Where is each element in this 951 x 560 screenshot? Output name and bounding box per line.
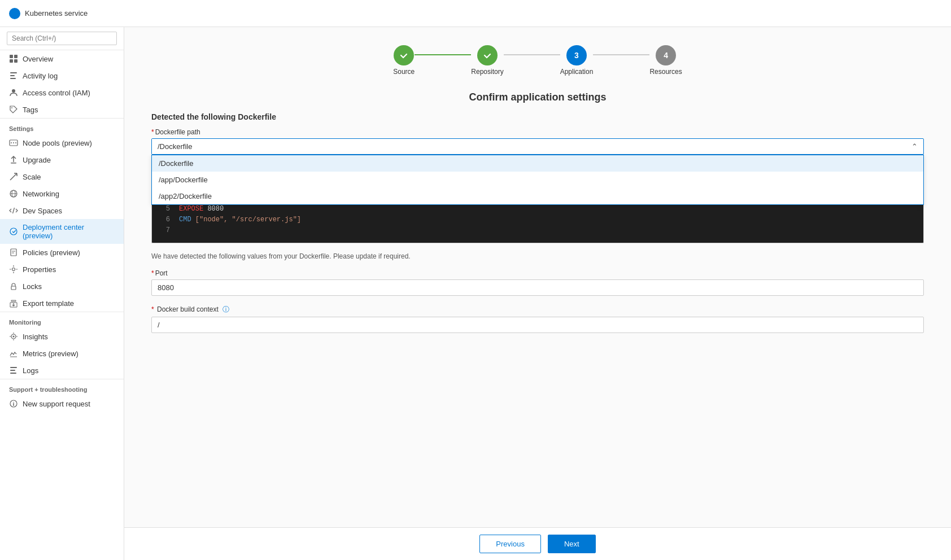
docker-build-context-label: * Docker build context ⓘ: [151, 305, 924, 314]
step-label-repository: Repository: [471, 68, 503, 76]
sidebar-label-export-template: Export template: [23, 299, 74, 308]
port-label: *Port: [151, 269, 924, 277]
sidebar-item-activity-log[interactable]: Activity log: [0, 67, 124, 84]
insights-icon: [9, 332, 18, 341]
dockerfile-path-label: *Dockerfile path: [151, 128, 924, 136]
sidebar-item-locks[interactable]: Locks: [0, 278, 124, 295]
sidebar-item-export-template[interactable]: Export template: [0, 295, 124, 312]
dockerfile-path-dropdown[interactable]: ⌃ /Dockerfile /app/Dockerfile /app2/Dock…: [151, 138, 924, 155]
svg-rect-25: [10, 370, 15, 371]
docker-build-context-field: * Docker build context ⓘ: [151, 305, 924, 333]
support-icon: [9, 399, 18, 408]
step-circle-application: 3: [566, 45, 587, 65]
sidebar-item-node-pools[interactable]: Node pools (preview): [0, 134, 124, 151]
chevron-up-icon[interactable]: ⌃: [906, 139, 923, 154]
dropdown-option-dockerfile[interactable]: /Dockerfile: [152, 155, 923, 172]
sidebar-label-locks: Locks: [23, 282, 42, 291]
activity-log-icon: [9, 71, 18, 80]
step-label-source: Source: [393, 68, 415, 76]
port-input[interactable]: [151, 279, 924, 296]
sidebar-item-insights[interactable]: Insights: [0, 328, 124, 345]
step-circle-repository: [477, 45, 498, 65]
top-bar: Kubernetes service: [0, 0, 951, 27]
networking-icon: [9, 189, 18, 198]
connector-1: [415, 54, 471, 55]
top-bar-title: Kubernetes service: [25, 9, 88, 18]
sidebar-label-overview: Overview: [23, 55, 53, 63]
svg-point-17: [10, 228, 17, 235]
sidebar-item-upgrade[interactable]: Upgrade: [0, 151, 124, 168]
sidebar-label-access-control: Access control (IAM): [23, 89, 90, 97]
sidebar-item-dev-spaces[interactable]: Dev Spaces: [0, 202, 124, 219]
dockerfile-path-input[interactable]: [152, 139, 906, 154]
sidebar-item-scale[interactable]: Scale: [0, 168, 124, 185]
locks-icon: [9, 282, 18, 291]
sidebar-item-access-control[interactable]: Access control (IAM): [0, 84, 124, 101]
svg-rect-6: [10, 78, 16, 79]
wizard-step-repository: Repository: [471, 45, 503, 76]
port-field: *Port: [151, 269, 924, 296]
policies-icon: [9, 248, 18, 257]
monitoring-section-label: Monitoring: [0, 312, 124, 328]
sidebar-item-overview[interactable]: Overview: [0, 50, 124, 67]
sidebar-item-new-support[interactable]: New support request: [0, 395, 124, 412]
sidebar-item-properties[interactable]: Properties: [0, 261, 124, 278]
svg-rect-1: [14, 55, 18, 58]
docker-build-context-input[interactable]: [151, 317, 924, 333]
sidebar-item-logs[interactable]: Logs: [0, 362, 124, 379]
sidebar-label-properties: Properties: [23, 265, 56, 274]
sidebar-label-activity-log: Activity log: [23, 72, 58, 80]
svg-rect-26: [10, 373, 16, 374]
sidebar-item-deployment-center[interactable]: Deployment center (preview): [0, 219, 124, 244]
svg-point-12: [15, 142, 16, 143]
node-pools-icon: [9, 138, 18, 147]
svg-rect-4: [10, 72, 17, 73]
logs-icon: [9, 366, 18, 375]
svg-rect-3: [14, 59, 18, 63]
info-text: We have detected the following values fr…: [151, 252, 924, 260]
step-label-resources: Resources: [649, 68, 682, 76]
sidebar-item-policies[interactable]: Policies (preview): [0, 244, 124, 261]
code-line-7: 7: [161, 225, 914, 236]
svg-point-8: [11, 107, 12, 108]
dockerfile-path-menu: /Dockerfile /app/Dockerfile /app2/Docker…: [151, 155, 924, 205]
export-template-icon: [9, 299, 18, 308]
svg-rect-0: [10, 55, 13, 58]
wizard-step-application: 3 Application: [560, 45, 594, 76]
search-container[interactable]: [0, 27, 124, 50]
svg-rect-2: [10, 59, 13, 63]
sidebar-item-metrics[interactable]: Metrics (preview): [0, 345, 124, 362]
dropdown-option-app-dockerfile[interactable]: /app/Dockerfile: [152, 172, 923, 188]
svg-rect-18: [11, 249, 16, 256]
sidebar-label-logs: Logs: [23, 366, 38, 375]
sidebar-item-networking[interactable]: Networking: [0, 185, 124, 202]
previous-button[interactable]: Previous: [479, 535, 541, 553]
sidebar-label-dev-spaces: Dev Spaces: [23, 207, 62, 215]
sidebar-label-networking: Networking: [23, 190, 59, 198]
sidebar: Overview Activity log Access control (IA…: [0, 27, 124, 560]
code-line-5: 5 EXPOSE 8080: [161, 204, 914, 215]
dropdown-input-row[interactable]: ⌃: [151, 138, 924, 155]
wizard-steps: Source Repository 3 Application: [151, 45, 924, 76]
overview-icon: [9, 54, 18, 63]
scale-icon: [9, 172, 18, 181]
dropdown-option-app2-dockerfile[interactable]: /app2/Dockerfile: [152, 188, 923, 204]
search-input[interactable]: [7, 32, 117, 45]
step-circle-source: [394, 45, 414, 65]
wizard-step-resources: 4 Resources: [649, 45, 682, 76]
metrics-icon: [9, 349, 18, 358]
dockerfile-path-field: *Dockerfile path ⌃ /Dockerfile /app/Dock…: [151, 128, 924, 155]
svg-point-19: [12, 268, 15, 271]
dev-spaces-icon: [9, 206, 18, 215]
sidebar-label-upgrade: Upgrade: [23, 156, 51, 164]
step-label-application: Application: [560, 68, 594, 76]
code-line-6: 6 CMD ["node", "/src/server.js"]: [161, 215, 914, 225]
svg-rect-24: [10, 367, 17, 368]
sidebar-label-tags: Tags: [23, 106, 38, 114]
info-icon: ⓘ: [223, 305, 229, 313]
upgrade-icon: [9, 155, 18, 164]
sidebar-item-tags[interactable]: Tags: [0, 101, 124, 118]
sidebar-label-new-support: New support request: [23, 400, 90, 408]
next-button[interactable]: Next: [548, 535, 596, 553]
main-content: Source Repository 3 Application: [124, 27, 951, 560]
